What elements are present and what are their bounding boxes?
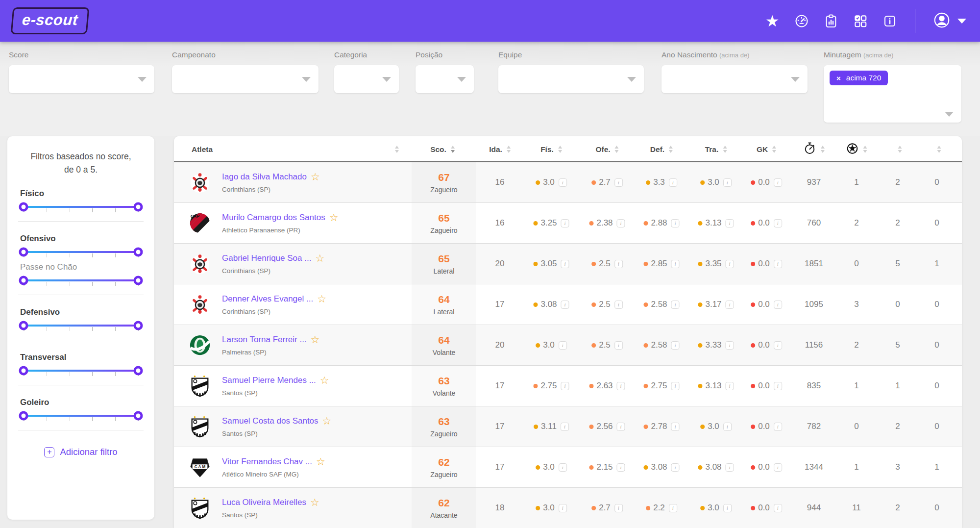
- player-name-link[interactable]: Gabriel Henrique Soa ...: [222, 253, 311, 263]
- stat-info-icon[interactable]: i: [726, 260, 734, 268]
- filter-equipe-dropdown[interactable]: [498, 65, 644, 93]
- favorite-star-icon[interactable]: ☆: [315, 253, 324, 263]
- favorite-star-icon[interactable]: ☆: [310, 497, 319, 507]
- column-header-atleta[interactable]: Atleta: [192, 136, 213, 162]
- filter-minutagem-dropdown[interactable]: ×acima 720: [824, 65, 961, 123]
- stat-info-icon[interactable]: i: [726, 219, 734, 227]
- stat-info-icon[interactable]: i: [726, 463, 734, 472]
- stat-info-icon[interactable]: i: [617, 423, 625, 431]
- player-name-link[interactable]: Samuel Pierre Mendes ...: [222, 376, 316, 385]
- stat-info-icon[interactable]: i: [726, 382, 734, 390]
- favorite-star-icon[interactable]: ☆: [329, 212, 339, 223]
- slider-track[interactable]: [24, 251, 138, 253]
- slider-handle-min[interactable]: [19, 276, 28, 285]
- app-logo[interactable]: e-scout: [11, 7, 90, 34]
- stat-info-icon[interactable]: i: [774, 382, 782, 390]
- stat-info-icon[interactable]: i: [561, 219, 569, 227]
- slider-handle-min[interactable]: [19, 248, 28, 257]
- slider-track[interactable]: [24, 415, 138, 417]
- stat-info-icon[interactable]: i: [726, 341, 734, 350]
- player-name-link[interactable]: Larson Torna Ferreir ...: [222, 335, 307, 345]
- stat-info-icon[interactable]: i: [671, 219, 680, 227]
- slider-track[interactable]: [24, 279, 138, 281]
- column-header-sco[interactable]: Sco.: [430, 136, 455, 162]
- stat-info-icon[interactable]: i: [561, 301, 569, 309]
- slider-handle-max[interactable]: [134, 202, 143, 212]
- slider-handle-max[interactable]: [134, 411, 143, 421]
- player-name-link[interactable]: Denner Alves Evangel ...: [222, 294, 313, 304]
- stat-info-icon[interactable]: i: [774, 504, 782, 512]
- column-header-def[interactable]: Def.: [650, 136, 673, 162]
- add-filter-button[interactable]: + Adicionar filtro: [20, 447, 142, 457]
- column-header-tra[interactable]: Tra.: [705, 136, 727, 162]
- stat-info-icon[interactable]: i: [614, 260, 623, 268]
- stat-info-icon[interactable]: i: [669, 504, 677, 512]
- filter-score-dropdown[interactable]: [9, 65, 154, 93]
- column-header-ofe[interactable]: Ofe.: [595, 136, 618, 162]
- stat-info-icon[interactable]: i: [671, 382, 680, 390]
- slider-handle-max[interactable]: [134, 276, 143, 285]
- column-header-yellow[interactable]: [894, 136, 902, 162]
- filter-campeonato-dropdown[interactable]: [172, 65, 318, 93]
- player-name-link[interactable]: Vitor Fernandes Chav ...: [222, 457, 312, 467]
- stat-info-icon[interactable]: i: [723, 423, 732, 431]
- column-header-gk[interactable]: GK: [757, 136, 776, 162]
- stat-info-icon[interactable]: i: [561, 260, 569, 268]
- stat-info-icon[interactable]: i: [774, 178, 782, 187]
- stat-info-icon[interactable]: i: [617, 463, 625, 472]
- info-icon[interactable]: [882, 14, 897, 28]
- stat-info-icon[interactable]: i: [774, 423, 782, 431]
- stat-info-icon[interactable]: i: [774, 463, 782, 472]
- stat-info-icon[interactable]: i: [723, 504, 732, 512]
- stat-info-icon[interactable]: i: [559, 178, 567, 187]
- stat-info-icon[interactable]: i: [774, 219, 782, 227]
- slider-handle-min[interactable]: [19, 321, 28, 330]
- column-header-goals[interactable]: [846, 136, 867, 162]
- column-header-red[interactable]: [933, 136, 941, 162]
- slider-handle-min[interactable]: [19, 366, 28, 376]
- slider-handle-max[interactable]: [134, 366, 143, 376]
- stat-info-icon[interactable]: i: [617, 382, 625, 390]
- stat-info-icon[interactable]: i: [561, 423, 569, 431]
- column-header-atleta-sort[interactable]: [395, 136, 399, 162]
- favorite-star-icon[interactable]: ☆: [311, 334, 320, 345]
- player-name-link[interactable]: Samuel Costa dos Santos: [222, 416, 318, 426]
- user-menu[interactable]: [933, 11, 966, 31]
- stat-info-icon[interactable]: i: [559, 341, 567, 350]
- column-header-fis[interactable]: Fís.: [540, 136, 562, 162]
- filter-categoria-dropdown[interactable]: [334, 65, 399, 93]
- player-name-link[interactable]: Luca Oliveira Meirelles: [222, 498, 306, 507]
- stat-info-icon[interactable]: i: [726, 301, 734, 309]
- stat-info-icon[interactable]: i: [774, 301, 782, 309]
- slider-handle-min[interactable]: [19, 202, 28, 212]
- stat-info-icon[interactable]: i: [559, 504, 567, 512]
- favorites-star-icon[interactable]: ★: [765, 14, 780, 28]
- stat-info-icon[interactable]: i: [614, 301, 623, 309]
- slider-handle-max[interactable]: [134, 248, 143, 257]
- favorite-star-icon[interactable]: ☆: [320, 375, 329, 385]
- stat-info-icon[interactable]: i: [614, 504, 623, 512]
- column-header-ida[interactable]: Ida.: [489, 136, 511, 162]
- stat-info-icon[interactable]: i: [669, 178, 677, 187]
- stat-info-icon[interactable]: i: [561, 382, 569, 390]
- stat-info-icon[interactable]: i: [617, 219, 625, 227]
- stat-info-icon[interactable]: i: [614, 341, 623, 350]
- column-header-minutes[interactable]: [803, 136, 825, 162]
- stat-info-icon[interactable]: i: [774, 260, 782, 268]
- stat-info-icon[interactable]: i: [774, 341, 782, 350]
- player-name-link[interactable]: Iago da Silva Machado: [222, 172, 307, 182]
- favorite-star-icon[interactable]: ☆: [316, 456, 325, 467]
- dashboard-gauge-icon[interactable]: [794, 14, 809, 28]
- stat-info-icon[interactable]: i: [614, 178, 623, 187]
- favorite-star-icon[interactable]: ☆: [322, 416, 332, 426]
- stat-info-icon[interactable]: i: [671, 260, 680, 268]
- stat-info-icon[interactable]: i: [671, 423, 680, 431]
- slider-handle-min[interactable]: [19, 411, 28, 421]
- stat-info-icon[interactable]: i: [671, 301, 680, 309]
- slider-handle-max[interactable]: [134, 321, 143, 330]
- apps-grid-icon[interactable]: [853, 14, 868, 28]
- slider-track[interactable]: [24, 370, 138, 372]
- favorite-star-icon[interactable]: ☆: [311, 172, 320, 182]
- player-name-link[interactable]: Murilo Camargo dos Santos: [222, 213, 325, 223]
- stat-info-icon[interactable]: i: [559, 463, 567, 472]
